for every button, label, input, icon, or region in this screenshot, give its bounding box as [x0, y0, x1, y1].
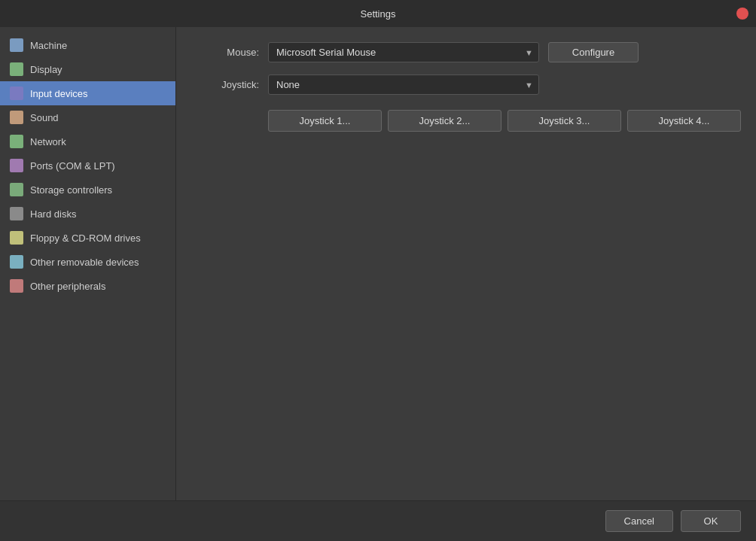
- titlebar: Settings: [0, 0, 756, 27]
- sidebar-item-hard-disks[interactable]: Hard disks: [0, 202, 175, 226]
- machine-icon: [9, 38, 24, 53]
- sidebar-label-ports: Ports (COM & LPT): [30, 160, 115, 172]
- joystick-buttons-row: Joystick 1...Joystick 2...Joystick 3...J…: [268, 110, 741, 132]
- mouse-select[interactable]: Microsoft Serial MouseUSB TabletPS/2 Mou…: [268, 42, 539, 62]
- mouse-label: Mouse:: [191, 47, 259, 58]
- storage-icon: [9, 182, 24, 197]
- sidebar-label-storage-controllers: Storage controllers: [30, 184, 112, 196]
- peripherals-icon: [9, 278, 24, 293]
- sidebar-item-machine[interactable]: Machine: [0, 33, 175, 57]
- sidebar-item-storage-controllers[interactable]: Storage controllers: [0, 178, 175, 202]
- ok-button[interactable]: OK: [681, 510, 741, 532]
- sidebar-label-hard-disks: Hard disks: [30, 208, 76, 220]
- close-button[interactable]: [736, 8, 748, 20]
- joystick-label: Joystick:: [191, 79, 259, 90]
- sidebar-item-sound[interactable]: Sound: [0, 105, 175, 129]
- sidebar-item-network[interactable]: Network: [0, 129, 175, 153]
- sidebar-item-input-devices[interactable]: Input devices: [0, 81, 175, 105]
- configure-button[interactable]: Configure: [548, 42, 639, 62]
- sidebar-item-ports[interactable]: Ports (COM & LPT): [0, 153, 175, 178]
- network-icon: [9, 134, 24, 149]
- settings-dialog: Settings MachineDisplayInput devicesSoun…: [0, 0, 756, 541]
- mouse-row: Mouse: Microsoft Serial MouseUSB TabletP…: [191, 42, 741, 62]
- joystick-select-wrapper: None2-axis joystick4-axis joystickJoysti…: [268, 74, 539, 95]
- sidebar-label-machine: Machine: [30, 40, 67, 51]
- sidebar-item-removable[interactable]: Other removable devices: [0, 250, 175, 274]
- floppy-icon: [9, 230, 24, 245]
- joystick-3-button[interactable]: Joystick 3...: [508, 110, 621, 132]
- input-icon: [9, 86, 24, 101]
- sidebar-label-peripherals: Other peripherals: [30, 281, 105, 292]
- footer: Cancel OK: [0, 500, 756, 541]
- joystick-4-button[interactable]: Joystick 4...: [627, 110, 741, 132]
- sidebar-label-removable: Other removable devices: [30, 257, 139, 268]
- mouse-select-wrapper: Microsoft Serial MouseUSB TabletPS/2 Mou…: [268, 42, 539, 62]
- joystick-row: Joystick: None2-axis joystick4-axis joys…: [191, 74, 741, 95]
- harddisk-icon: [9, 206, 24, 221]
- cancel-button[interactable]: Cancel: [605, 510, 673, 532]
- joystick-1-button[interactable]: Joystick 1...: [268, 110, 382, 132]
- sidebar-label-network: Network: [30, 136, 66, 147]
- sidebar-label-floppy: Floppy & CD-ROM drives: [30, 233, 141, 244]
- removable-icon: [9, 254, 24, 269]
- sidebar-item-peripherals[interactable]: Other peripherals: [0, 274, 175, 298]
- ports-icon: [9, 158, 24, 173]
- display-icon: [9, 62, 24, 77]
- sidebar-item-floppy[interactable]: Floppy & CD-ROM drives: [0, 226, 175, 250]
- content-area: MachineDisplayInput devicesSoundNetworkP…: [0, 27, 756, 500]
- sidebar-label-display: Display: [30, 64, 62, 75]
- sound-icon: [9, 110, 24, 125]
- sidebar-label-input-devices: Input devices: [30, 88, 88, 99]
- joystick-select[interactable]: None2-axis joystick4-axis joystickJoysti…: [268, 74, 539, 95]
- dialog-title: Settings: [361, 8, 396, 20]
- sidebar-item-display[interactable]: Display: [0, 57, 175, 81]
- sidebar-label-sound: Sound: [30, 112, 59, 123]
- sidebar: MachineDisplayInput devicesSoundNetworkP…: [0, 27, 176, 500]
- joystick-2-button[interactable]: Joystick 2...: [388, 110, 501, 132]
- main-panel: Mouse: Microsoft Serial MouseUSB TabletP…: [176, 27, 756, 500]
